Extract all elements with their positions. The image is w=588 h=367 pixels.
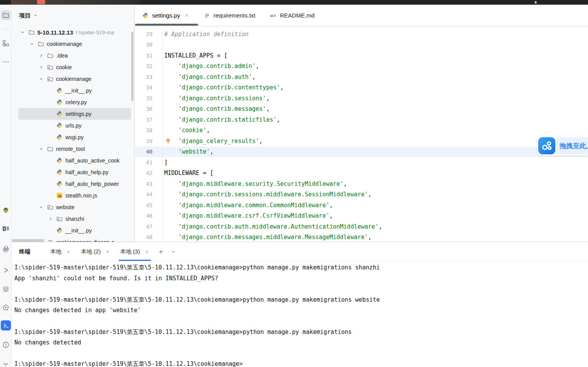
code-text: 'cookie', (163, 125, 210, 136)
baidu-netdisk-icon (538, 137, 555, 154)
code-text: # Application definition (163, 29, 249, 40)
terminal-line: I:\spider-519-master\spider-519\第五章\5-10… (14, 295, 588, 306)
line-number: 37 (135, 114, 163, 125)
title-bar-gradient (11, 0, 139, 5)
tree-item-remote-tool[interactable]: remote_tool (18, 143, 131, 155)
terminal-tab-本地[interactable]: 本地 (45, 242, 76, 261)
project-panel-header[interactable]: 项目 (12, 5, 134, 26)
code-text: 'django.middleware.csrf.CsrfViewMiddlewa… (163, 211, 333, 222)
tree-item-settings-py[interactable]: settings.py (18, 108, 131, 120)
folder-icon (28, 29, 36, 35)
code-editor[interactable]: 29# Application definition3031INSTALLED_… (135, 27, 588, 242)
python-icon (56, 157, 64, 164)
terminal-tab-label: 本地 (50, 248, 61, 255)
terminal-title: 终端 (19, 242, 30, 261)
close-icon[interactable] (66, 249, 71, 254)
run-anything-button[interactable] (1, 302, 11, 313)
more-tools-button[interactable] (1, 57, 11, 67)
tree-horizontal-scrollbar[interactable] (12, 239, 44, 242)
line-number: 36 (135, 104, 163, 115)
tree-item-cookie[interactable]: cookie (18, 61, 131, 73)
python-packages-button[interactable] (1, 244, 11, 254)
tree-item-website[interactable]: website (18, 201, 131, 213)
code-text: 'django.middleware.common.CommonMiddlewa… (163, 200, 333, 211)
chevron-right-icon[interactable] (39, 53, 47, 58)
terminal-tab-本地-2-[interactable]: 本地 (2) (76, 242, 115, 261)
tree-item-half-auto-help-power[interactable]: half_auto_help_power (18, 178, 131, 190)
problems-tool-button[interactable] (1, 340, 11, 350)
tree-item-label: cookie (56, 64, 72, 70)
close-icon[interactable] (105, 249, 110, 254)
terminal-tab-options-button[interactable] (167, 242, 179, 261)
tree-item-label: cookiemanage (47, 41, 82, 47)
tree-item-label: celery.py (65, 99, 87, 105)
tree-item-cookiemanage[interactable]: cookiemanage (18, 73, 131, 85)
chevron-down-icon[interactable] (39, 204, 47, 210)
tree-item-path: I:\spider-519-ma (76, 30, 114, 35)
terminal-line: No changes detected (14, 337, 588, 348)
tree-item-celery-py[interactable]: celery.py (18, 96, 131, 108)
tree-item-cookiemanage[interactable]: cookiemanage (18, 38, 131, 50)
code-text: INSTALLED_APPS = [ (163, 50, 228, 61)
terminal-line: I:\spider-519-master\spider-519\第五章\5-10… (14, 262, 588, 273)
tree-vertical-scrollbar[interactable] (131, 32, 133, 101)
baidu-netdisk-drop-overlay[interactable]: 拖拽至此上 (537, 136, 588, 156)
services-tool-button[interactable] (1, 284, 11, 294)
close-icon[interactable] (184, 13, 189, 18)
tree-item--init-py[interactable]: __init__.py (18, 225, 131, 236)
tree-item-half-auto-active-cook[interactable]: half_auto_active_cook (18, 155, 131, 166)
chevron-right-icon[interactable] (39, 65, 47, 70)
drop-overlay-label: 拖拽至此上 (557, 137, 588, 154)
package-icon (47, 64, 55, 70)
project-panel-title: 项目 (19, 12, 31, 19)
tree-item-urls-py[interactable]: urls.py (18, 120, 131, 131)
chevron-down-icon[interactable] (20, 30, 28, 35)
editor-tab-readme-md[interactable]: MREADME.md (263, 5, 322, 26)
tree-item-shanzhi[interactable]: shanzhi (18, 213, 131, 225)
close-icon[interactable] (144, 249, 149, 254)
python-icon (56, 169, 64, 175)
editor-area: settings.pyrequirements.txtMREADME.md 29… (135, 5, 588, 242)
line-number: 44 (135, 189, 163, 200)
code-text: 'django.contrib.contenttypes', (163, 82, 284, 93)
tree-item-stealth-min-js[interactable]: JSstealth.min.js (18, 190, 131, 201)
js-icon: JS (56, 192, 64, 199)
project-tool-button[interactable] (1, 10, 11, 20)
terminal-line: I:\spider-519-master\spider-519\第五章\5-10… (14, 327, 588, 338)
help-tool-button[interactable] (1, 360, 11, 367)
tree-item-5-10-11-12-13[interactable]: 5-10.11.12.13I:\spider-519-ma (18, 26, 131, 38)
editor-tab-requirements-txt[interactable]: requirements.txt (197, 5, 263, 26)
editor-tab-label: requirements.txt (214, 12, 256, 19)
xe-plugin-button[interactable] (1, 224, 11, 234)
code-line-31: 31INSTALLED_APPS = [ (135, 50, 588, 61)
code-line-36: 36 'django.contrib.messages', (135, 104, 588, 115)
code-line-42: 42MIDDLEWARE = [ (135, 168, 588, 179)
folder-icon (38, 41, 46, 47)
terminal-tool-button[interactable] (1, 320, 11, 330)
terminal-header: 终端 本地本地 (2)本地 (3) (12, 242, 588, 261)
structure-tool-button[interactable] (1, 38, 11, 48)
new-terminal-tab-button[interactable] (154, 242, 167, 261)
terminal-tab-本地-3-[interactable]: 本地 (3) (115, 242, 154, 261)
plugin-mascot-button[interactable] (1, 205, 11, 215)
terminal-output[interactable]: I:\spider-519-master\spider-519\第五章\5-10… (12, 261, 588, 367)
tree-item--init-py[interactable]: __init__.py (18, 85, 131, 96)
chevron-down-icon[interactable] (39, 76, 47, 82)
editor-tab-settings-py[interactable]: settings.py (135, 5, 197, 26)
chevron-down-icon[interactable] (29, 41, 38, 47)
tree-item-wsgi-py[interactable]: wsgi.py (18, 131, 131, 143)
intention-bulb-icon[interactable] (165, 138, 171, 145)
svg-text:M: M (270, 13, 273, 17)
textfile-icon (47, 239, 55, 242)
line-number: 42 (135, 168, 163, 179)
chevron-right-icon[interactable] (48, 216, 56, 222)
tree-item-label: settings.py (65, 111, 91, 117)
tree-item-half-auto-help-py[interactable]: half_auto_help.py (18, 166, 131, 178)
chevron-down-icon[interactable] (39, 146, 47, 152)
code-line-43: 43 'django.middleware.security.SecurityM… (135, 178, 588, 189)
code-text (163, 40, 164, 51)
run-tool-button[interactable] (1, 265, 11, 275)
editor-tab-label: settings.py (152, 12, 180, 19)
tree-item--idea[interactable]: .idea (18, 50, 131, 61)
tree-item-label: remote_tool (56, 146, 85, 152)
